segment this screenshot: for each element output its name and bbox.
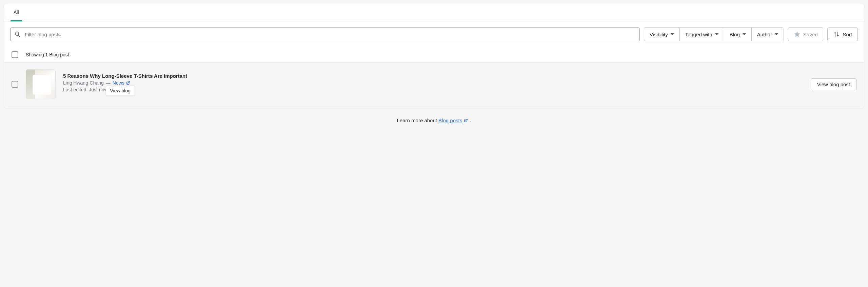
search-icon xyxy=(14,31,21,38)
blog-name: News xyxy=(113,80,124,86)
blog-post-row[interactable]: 5 Reasons Why Long-Sleeve T-Shirts Are I… xyxy=(4,62,864,108)
external-link-icon xyxy=(463,118,468,123)
footer: Learn more about Blog posts . xyxy=(0,108,868,137)
blog-posts-card: All Visibility Tagged with Blog Author xyxy=(4,3,864,108)
list-header: Showing 1 Blog post xyxy=(4,47,864,62)
search-input[interactable] xyxy=(10,28,640,41)
last-edited-row: Last edited: Just now View blog xyxy=(63,87,803,96)
meta-separator: — xyxy=(106,80,111,86)
tabs-bar: All xyxy=(4,3,864,21)
filter-visibility[interactable]: Visibility xyxy=(644,28,680,41)
row-checkbox[interactable] xyxy=(12,81,18,88)
sort-button[interactable]: Sort xyxy=(827,28,858,41)
sort-icon xyxy=(833,31,840,38)
post-author: Ling Hwang-Chang xyxy=(63,80,104,86)
footer-link[interactable]: Blog posts xyxy=(438,118,468,123)
row-content: 5 Reasons Why Long-Sleeve T-Shirts Are I… xyxy=(63,73,803,96)
caret-down-icon xyxy=(775,33,778,35)
post-meta: Ling Hwang-Chang — News xyxy=(63,80,803,86)
filter-tagged-with-label: Tagged with xyxy=(685,32,712,37)
select-all-checkbox[interactable] xyxy=(12,51,18,58)
last-edited: Last edited: Just now xyxy=(63,87,108,92)
filter-group: Visibility Tagged with Blog Author xyxy=(644,28,784,41)
view-blog-tooltip: View blog xyxy=(106,86,135,96)
star-icon xyxy=(794,31,801,38)
filter-author-label: Author xyxy=(757,32,772,37)
filter-author[interactable]: Author xyxy=(752,28,784,41)
footer-suffix: . xyxy=(470,118,471,123)
blog-link[interactable]: News xyxy=(113,80,131,86)
caret-down-icon xyxy=(715,33,718,35)
external-link-icon xyxy=(126,80,131,85)
search-wrap xyxy=(10,28,640,41)
footer-prefix: Learn more about xyxy=(397,118,439,123)
tab-all[interactable]: All xyxy=(10,3,22,21)
filter-blog[interactable]: Blog xyxy=(724,28,752,41)
caret-down-icon xyxy=(671,33,674,35)
footer-link-text: Blog posts xyxy=(438,118,462,123)
saved-label: Saved xyxy=(803,32,818,37)
filter-blog-label: Blog xyxy=(730,32,740,37)
view-blog-post-button[interactable]: View blog post xyxy=(811,78,856,90)
caret-down-icon xyxy=(743,33,746,35)
toolbar: Visibility Tagged with Blog Author Saved… xyxy=(4,21,864,47)
post-title: 5 Reasons Why Long-Sleeve T-Shirts Are I… xyxy=(63,73,803,79)
sort-label: Sort xyxy=(843,32,852,37)
saved-button[interactable]: Saved xyxy=(788,28,824,41)
filter-visibility-label: Visibility xyxy=(650,32,668,37)
showing-text: Showing 1 Blog post xyxy=(26,52,69,57)
filter-tagged-with[interactable]: Tagged with xyxy=(680,28,724,41)
post-thumbnail xyxy=(26,69,56,99)
